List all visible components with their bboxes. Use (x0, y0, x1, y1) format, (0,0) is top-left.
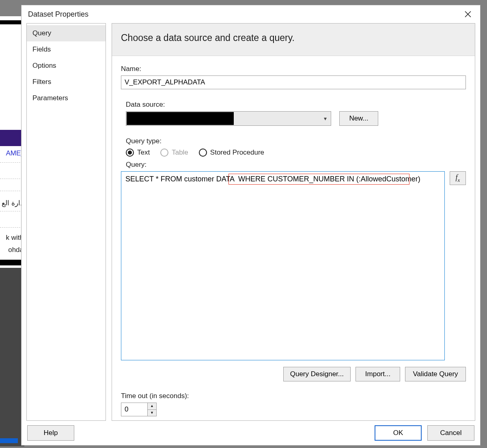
dataset-properties-dialog: Dataset Properties Query Fields Options … (21, 5, 481, 446)
querytype-stored-radio[interactable]: Stored Procedure (199, 149, 264, 157)
button-label: Cancel (440, 429, 462, 437)
button-label: Query Designer... (290, 370, 344, 378)
radio-icon (126, 149, 134, 157)
ok-button[interactable]: OK (375, 425, 422, 441)
import-button[interactable]: Import... (356, 367, 400, 381)
nav-item-label: Query (32, 29, 51, 37)
titlebar: Dataset Properties (22, 5, 480, 23)
content-panel: Choose a data source and create a query.… (112, 23, 475, 421)
query-label: Query: (126, 161, 466, 169)
stepper-up-icon[interactable]: ▲ (148, 403, 156, 409)
close-button[interactable] (460, 7, 476, 22)
datasource-select[interactable]: ▾ (126, 111, 331, 126)
nav-item-filters[interactable]: Filters (27, 74, 106, 90)
querytype-table-radio[interactable]: Table (160, 149, 188, 157)
close-icon (464, 11, 472, 18)
datasource-label: Data source: (126, 101, 466, 109)
chevron-down-icon: ▾ (324, 115, 327, 122)
datasource-value-redacted (127, 112, 234, 125)
fx-icon: fx (456, 173, 460, 183)
radio-icon (160, 149, 168, 157)
query-textarea-wrap (121, 171, 445, 360)
help-button[interactable]: Help (27, 425, 74, 441)
dialog-footer: Help OK Cancel (22, 421, 480, 445)
nav-item-label: Fields (32, 45, 51, 53)
radio-label: Table (172, 149, 188, 157)
querytype-label: Query type: (126, 137, 466, 145)
query-designer-button[interactable]: Query Designer... (283, 367, 351, 381)
button-label: Help (44, 429, 58, 437)
nav-panel: Query Fields Options Filters Parameters (26, 23, 106, 421)
timeout-input[interactable] (121, 403, 147, 416)
nav-item-label: Filters (32, 78, 51, 86)
name-input[interactable] (121, 75, 466, 89)
content-heading: Choose a data source and create a query. (112, 24, 475, 56)
nav-item-label: Options (32, 62, 56, 69)
nav-item-label: Parameters (32, 94, 68, 102)
expression-fx-button[interactable]: fx (450, 171, 466, 185)
cancel-button[interactable]: Cancel (427, 425, 474, 441)
querytype-text-radio[interactable]: Text (126, 149, 150, 157)
radio-label: Text (137, 149, 150, 157)
dialog-title: Dataset Properties (28, 10, 460, 19)
button-label: Validate Query (413, 370, 458, 378)
nav-item-fields[interactable]: Fields (27, 41, 106, 58)
query-textarea[interactable] (121, 172, 444, 360)
nav-item-options[interactable]: Options (27, 58, 106, 74)
radio-label: Stored Procedure (210, 149, 264, 157)
new-datasource-button[interactable]: New... (339, 111, 378, 126)
name-label: Name: (121, 65, 466, 73)
timeout-stepper[interactable]: ▲ ▼ (121, 403, 157, 416)
radio-icon (199, 149, 207, 157)
timeout-label: Time out (in seconds): (121, 392, 466, 400)
stepper-down-icon[interactable]: ▼ (148, 409, 156, 416)
validate-query-button[interactable]: Validate Query (405, 367, 466, 381)
nav-item-query[interactable]: Query (27, 25, 106, 41)
button-label: Import... (365, 370, 390, 378)
nav-item-parameters[interactable]: Parameters (27, 90, 106, 106)
button-label: New... (349, 114, 368, 123)
button-label: OK (393, 429, 403, 437)
